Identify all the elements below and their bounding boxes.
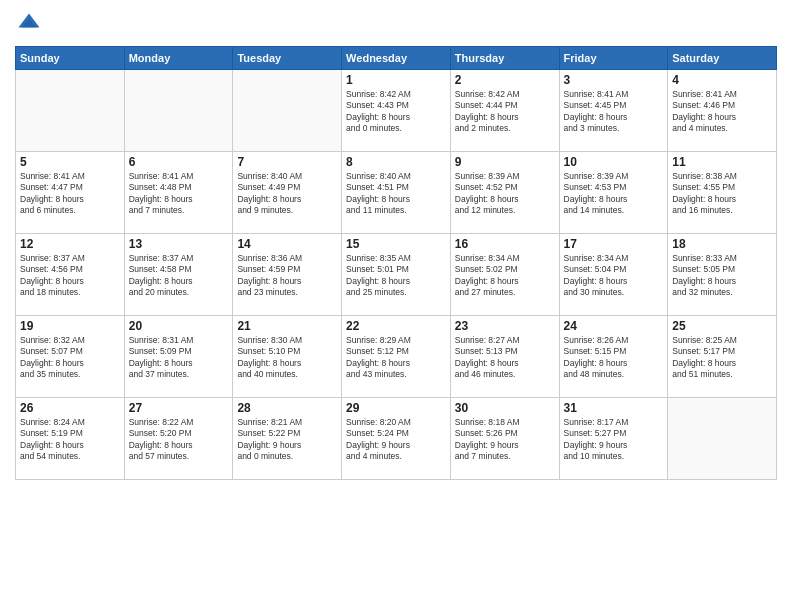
day-number: 22 <box>346 319 446 333</box>
day-number: 7 <box>237 155 337 169</box>
cell-info: Sunrise: 8:34 AM Sunset: 5:04 PM Dayligh… <box>564 253 664 299</box>
logo <box>15 10 47 38</box>
calendar-cell: 14Sunrise: 8:36 AM Sunset: 4:59 PM Dayli… <box>233 234 342 316</box>
cell-info: Sunrise: 8:41 AM Sunset: 4:46 PM Dayligh… <box>672 89 772 135</box>
day-number: 20 <box>129 319 229 333</box>
calendar-cell <box>233 70 342 152</box>
day-number: 11 <box>672 155 772 169</box>
calendar-cell: 21Sunrise: 8:30 AM Sunset: 5:10 PM Dayli… <box>233 316 342 398</box>
cell-info: Sunrise: 8:41 AM Sunset: 4:45 PM Dayligh… <box>564 89 664 135</box>
weekday-header-tuesday: Tuesday <box>233 47 342 70</box>
day-number: 6 <box>129 155 229 169</box>
day-number: 9 <box>455 155 555 169</box>
calendar-cell <box>16 70 125 152</box>
calendar-cell: 20Sunrise: 8:31 AM Sunset: 5:09 PM Dayli… <box>124 316 233 398</box>
cell-info: Sunrise: 8:25 AM Sunset: 5:17 PM Dayligh… <box>672 335 772 381</box>
cell-info: Sunrise: 8:24 AM Sunset: 5:19 PM Dayligh… <box>20 417 120 463</box>
calendar-cell: 11Sunrise: 8:38 AM Sunset: 4:55 PM Dayli… <box>668 152 777 234</box>
calendar-cell: 2Sunrise: 8:42 AM Sunset: 4:44 PM Daylig… <box>450 70 559 152</box>
calendar-week-1: 5Sunrise: 8:41 AM Sunset: 4:47 PM Daylig… <box>16 152 777 234</box>
cell-info: Sunrise: 8:30 AM Sunset: 5:10 PM Dayligh… <box>237 335 337 381</box>
calendar-cell: 30Sunrise: 8:18 AM Sunset: 5:26 PM Dayli… <box>450 398 559 480</box>
day-number: 12 <box>20 237 120 251</box>
weekday-header-saturday: Saturday <box>668 47 777 70</box>
calendar-table: SundayMondayTuesdayWednesdayThursdayFrid… <box>15 46 777 480</box>
calendar-cell: 15Sunrise: 8:35 AM Sunset: 5:01 PM Dayli… <box>342 234 451 316</box>
calendar-cell: 23Sunrise: 8:27 AM Sunset: 5:13 PM Dayli… <box>450 316 559 398</box>
calendar-cell: 27Sunrise: 8:22 AM Sunset: 5:20 PM Dayli… <box>124 398 233 480</box>
day-number: 13 <box>129 237 229 251</box>
calendar-cell: 16Sunrise: 8:34 AM Sunset: 5:02 PM Dayli… <box>450 234 559 316</box>
day-number: 27 <box>129 401 229 415</box>
weekday-header-thursday: Thursday <box>450 47 559 70</box>
calendar-cell: 1Sunrise: 8:42 AM Sunset: 4:43 PM Daylig… <box>342 70 451 152</box>
cell-info: Sunrise: 8:39 AM Sunset: 4:53 PM Dayligh… <box>564 171 664 217</box>
calendar-cell: 24Sunrise: 8:26 AM Sunset: 5:15 PM Dayli… <box>559 316 668 398</box>
cell-info: Sunrise: 8:40 AM Sunset: 4:49 PM Dayligh… <box>237 171 337 217</box>
day-number: 10 <box>564 155 664 169</box>
cell-info: Sunrise: 8:36 AM Sunset: 4:59 PM Dayligh… <box>237 253 337 299</box>
calendar-week-0: 1Sunrise: 8:42 AM Sunset: 4:43 PM Daylig… <box>16 70 777 152</box>
calendar-cell: 31Sunrise: 8:17 AM Sunset: 5:27 PM Dayli… <box>559 398 668 480</box>
calendar-cell: 29Sunrise: 8:20 AM Sunset: 5:24 PM Dayli… <box>342 398 451 480</box>
day-number: 24 <box>564 319 664 333</box>
day-number: 14 <box>237 237 337 251</box>
cell-info: Sunrise: 8:38 AM Sunset: 4:55 PM Dayligh… <box>672 171 772 217</box>
calendar-cell <box>124 70 233 152</box>
cell-info: Sunrise: 8:26 AM Sunset: 5:15 PM Dayligh… <box>564 335 664 381</box>
page-container: SundayMondayTuesdayWednesdayThursdayFrid… <box>0 0 792 612</box>
cell-info: Sunrise: 8:33 AM Sunset: 5:05 PM Dayligh… <box>672 253 772 299</box>
day-number: 16 <box>455 237 555 251</box>
calendar-week-2: 12Sunrise: 8:37 AM Sunset: 4:56 PM Dayli… <box>16 234 777 316</box>
calendar-cell: 3Sunrise: 8:41 AM Sunset: 4:45 PM Daylig… <box>559 70 668 152</box>
cell-info: Sunrise: 8:32 AM Sunset: 5:07 PM Dayligh… <box>20 335 120 381</box>
day-number: 5 <box>20 155 120 169</box>
weekday-header-row: SundayMondayTuesdayWednesdayThursdayFrid… <box>16 47 777 70</box>
cell-info: Sunrise: 8:20 AM Sunset: 5:24 PM Dayligh… <box>346 417 446 463</box>
cell-info: Sunrise: 8:41 AM Sunset: 4:47 PM Dayligh… <box>20 171 120 217</box>
calendar-week-4: 26Sunrise: 8:24 AM Sunset: 5:19 PM Dayli… <box>16 398 777 480</box>
day-number: 30 <box>455 401 555 415</box>
day-number: 1 <box>346 73 446 87</box>
weekday-header-sunday: Sunday <box>16 47 125 70</box>
cell-info: Sunrise: 8:29 AM Sunset: 5:12 PM Dayligh… <box>346 335 446 381</box>
calendar-cell: 6Sunrise: 8:41 AM Sunset: 4:48 PM Daylig… <box>124 152 233 234</box>
cell-info: Sunrise: 8:37 AM Sunset: 4:58 PM Dayligh… <box>129 253 229 299</box>
day-number: 2 <box>455 73 555 87</box>
cell-info: Sunrise: 8:31 AM Sunset: 5:09 PM Dayligh… <box>129 335 229 381</box>
cell-info: Sunrise: 8:42 AM Sunset: 4:43 PM Dayligh… <box>346 89 446 135</box>
cell-info: Sunrise: 8:18 AM Sunset: 5:26 PM Dayligh… <box>455 417 555 463</box>
day-number: 3 <box>564 73 664 87</box>
calendar-cell: 8Sunrise: 8:40 AM Sunset: 4:51 PM Daylig… <box>342 152 451 234</box>
day-number: 4 <box>672 73 772 87</box>
logo-icon <box>15 10 43 38</box>
calendar-cell: 25Sunrise: 8:25 AM Sunset: 5:17 PM Dayli… <box>668 316 777 398</box>
calendar-cell: 19Sunrise: 8:32 AM Sunset: 5:07 PM Dayli… <box>16 316 125 398</box>
day-number: 21 <box>237 319 337 333</box>
calendar-cell: 10Sunrise: 8:39 AM Sunset: 4:53 PM Dayli… <box>559 152 668 234</box>
weekday-header-monday: Monday <box>124 47 233 70</box>
cell-info: Sunrise: 8:34 AM Sunset: 5:02 PM Dayligh… <box>455 253 555 299</box>
day-number: 31 <box>564 401 664 415</box>
cell-info: Sunrise: 8:39 AM Sunset: 4:52 PM Dayligh… <box>455 171 555 217</box>
page-header <box>15 10 777 38</box>
calendar-cell: 5Sunrise: 8:41 AM Sunset: 4:47 PM Daylig… <box>16 152 125 234</box>
day-number: 28 <box>237 401 337 415</box>
day-number: 17 <box>564 237 664 251</box>
cell-info: Sunrise: 8:27 AM Sunset: 5:13 PM Dayligh… <box>455 335 555 381</box>
cell-info: Sunrise: 8:21 AM Sunset: 5:22 PM Dayligh… <box>237 417 337 463</box>
day-number: 29 <box>346 401 446 415</box>
day-number: 25 <box>672 319 772 333</box>
calendar-cell: 28Sunrise: 8:21 AM Sunset: 5:22 PM Dayli… <box>233 398 342 480</box>
calendar-cell: 12Sunrise: 8:37 AM Sunset: 4:56 PM Dayli… <box>16 234 125 316</box>
cell-info: Sunrise: 8:17 AM Sunset: 5:27 PM Dayligh… <box>564 417 664 463</box>
weekday-header-friday: Friday <box>559 47 668 70</box>
calendar-cell: 13Sunrise: 8:37 AM Sunset: 4:58 PM Dayli… <box>124 234 233 316</box>
calendar-cell: 26Sunrise: 8:24 AM Sunset: 5:19 PM Dayli… <box>16 398 125 480</box>
cell-info: Sunrise: 8:41 AM Sunset: 4:48 PM Dayligh… <box>129 171 229 217</box>
calendar-week-3: 19Sunrise: 8:32 AM Sunset: 5:07 PM Dayli… <box>16 316 777 398</box>
cell-info: Sunrise: 8:40 AM Sunset: 4:51 PM Dayligh… <box>346 171 446 217</box>
day-number: 15 <box>346 237 446 251</box>
calendar-cell: 17Sunrise: 8:34 AM Sunset: 5:04 PM Dayli… <box>559 234 668 316</box>
day-number: 18 <box>672 237 772 251</box>
